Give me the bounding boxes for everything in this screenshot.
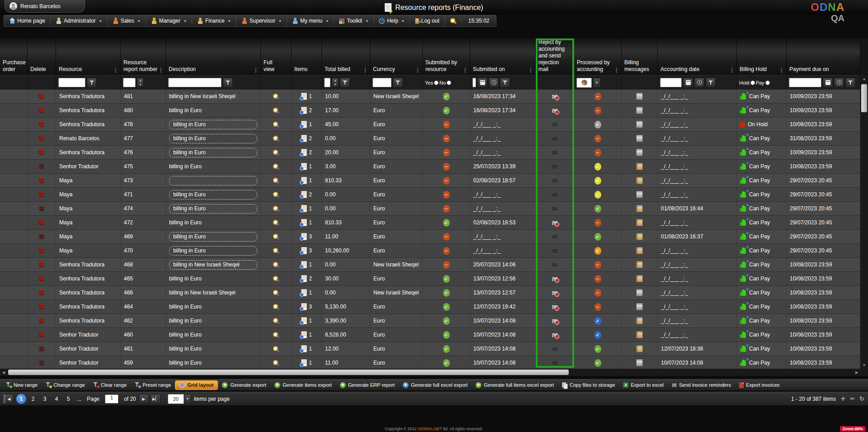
clock-icon[interactable] [694,78,704,88]
page-number-5[interactable]: 5 [63,394,73,404]
filter-input[interactable] [472,78,476,87]
filter-input[interactable] [168,78,222,87]
status-blue-icon[interactable]: ✓ [594,317,601,325]
toolbar-button-grid-layout[interactable]: Grid layout [175,380,218,390]
items-icon[interactable] [301,303,307,310]
column-header-report_number[interactable]: Resource report number⋮ [121,38,166,75]
billing-messages-icon[interactable] [636,233,643,240]
column-header-reject[interactable]: Reject by accounting and send rejection … [536,38,574,75]
delete-icon[interactable]: ✖ [39,134,45,142]
items-icon[interactable] [301,149,307,156]
billing-messages-icon[interactable] [636,289,643,296]
mail-icon[interactable]: ✉ [552,121,558,128]
status-minus-icon[interactable]: – [594,107,601,114]
status-minus-icon[interactable]: – [594,135,601,142]
status-minus-icon[interactable]: – [594,261,601,269]
status-green-icon[interactable]: ✓ [594,233,601,241]
mail-icon[interactable]: ✉ [552,360,558,366]
billing-messages-icon[interactable] [636,359,643,366]
menu-item-finance[interactable]: Finance▼ [192,15,236,26]
filter-icon[interactable] [393,78,403,88]
status-grey-icon[interactable]: ✓ [594,121,601,128]
menu-item-manager[interactable]: Manager▼ [146,15,192,26]
column-header-full_view[interactable]: Full view [261,38,292,75]
can-pay-icon[interactable]: 0 [740,360,747,366]
page-number-input[interactable]: 1 [105,394,118,404]
column-menu-icon[interactable]: ⋮ [462,68,468,72]
items-icon[interactable] [301,317,307,324]
billing-messages-icon[interactable] [636,205,643,212]
can-pay-icon[interactable]: 0 [740,191,747,198]
first-page-button[interactable]: ◀ [4,394,14,404]
status-yes-icon[interactable]: ✓ [443,275,450,283]
description-input[interactable]: billing in Euro [169,204,257,214]
full-view-icon[interactable] [273,121,279,128]
status-yes-icon[interactable]: ✓ [443,345,450,353]
status-yellow-icon[interactable]: ✓ [594,177,601,185]
column-header-currency[interactable]: Currency⋮ [370,38,423,75]
menu-item-sales[interactable]: Sales▼ [108,15,146,26]
status-minus-icon[interactable]: – [443,149,450,157]
delete-icon[interactable]: ✖ [39,331,45,339]
full-view-icon[interactable] [273,360,279,366]
filter-input[interactable] [373,78,392,87]
mail-icon[interactable]: ✉ [552,346,558,352]
toolbar-button-copy-files-to-storage[interactable]: Copy files to storage [558,380,619,390]
items-icon[interactable] [301,359,307,366]
filter-icon[interactable] [223,78,233,88]
column-header-total_billed[interactable]: Total billed⋮ [322,38,370,75]
description-input[interactable]: billing in Euro [169,232,257,242]
status-minus-icon[interactable]: – [594,289,601,297]
delete-icon[interactable]: ✖ [39,261,45,269]
toolbar-button-generate-erp-report[interactable]: Generate ERP report [336,380,399,390]
billing-messages-icon[interactable] [636,191,643,198]
filter-icon[interactable] [500,78,510,88]
toolbar-button-change-range[interactable]: Change range [42,380,89,390]
scroll-up-icon[interactable]: ▲ [860,75,868,82]
column-menu-icon[interactable]: ⋮ [528,68,533,72]
column-menu-icon[interactable]: ⋮ [113,68,118,72]
full-view-icon[interactable] [273,261,279,268]
items-icon[interactable] [301,289,307,296]
column-menu-icon[interactable]: ⋮ [158,68,164,72]
delete-icon[interactable]: ✖ [39,233,45,241]
billing-messages-icon[interactable] [636,121,643,128]
status-minus-icon[interactable]: – [594,219,601,227]
brand-link[interactable]: OODNA.NET [418,427,442,431]
number-stepper[interactable]: ▲▼ [332,78,339,87]
can-pay-icon[interactable]: 0 [740,177,747,184]
toolbar-button-send-invoice-reminders[interactable]: ✉Send invoice reminders [668,380,735,390]
rejection-mail-sent-icon[interactable]: ✉ [552,304,558,310]
description-input[interactable]: billing in Euro [169,134,257,143]
detach-icon[interactable]: ✂ [850,395,855,402]
full-view-icon[interactable] [273,205,279,212]
description-input[interactable] [169,176,257,185]
mail-icon[interactable]: ✉ [552,233,558,240]
rejection-mail-sent-icon[interactable]: ✉ [552,275,558,282]
full-view-icon[interactable] [273,163,279,170]
can-pay-icon[interactable]: 0 [740,149,747,156]
billing-messages-icon[interactable] [636,345,643,352]
full-view-icon[interactable] [273,219,279,226]
rejection-mail-sent-icon[interactable]: ✉ [552,107,558,114]
filter-input[interactable] [660,78,682,87]
rejection-mail-sent-icon[interactable]: ✉ [552,93,558,100]
delete-icon[interactable]: ✖ [39,218,45,227]
billing-messages-icon[interactable] [636,303,643,310]
status-minus-icon[interactable]: – [443,177,450,185]
column-header-accounting_date[interactable]: Accounting date⋮ [658,38,737,75]
rejection-mail-sent-icon[interactable]: ✉ [552,332,558,338]
status-minus-icon[interactable]: – [443,247,450,255]
billing-messages-icon[interactable] [636,247,643,254]
full-view-icon[interactable] [273,93,279,100]
status-minus-icon[interactable]: – [594,149,601,157]
delete-icon[interactable]: ✖ [39,359,45,367]
menu-item-my-menu[interactable]: My menu▼ [287,15,334,26]
billing-messages-icon[interactable] [636,93,643,100]
delete-icon[interactable]: ✖ [39,120,45,128]
delete-icon[interactable]: ✖ [39,317,45,325]
full-view-icon[interactable] [273,318,279,324]
status-yellow-icon[interactable]: ✓ [594,163,601,171]
user-plate[interactable]: Renato Barcelos [5,0,85,13]
page-number-3[interactable]: 3 [40,394,50,404]
